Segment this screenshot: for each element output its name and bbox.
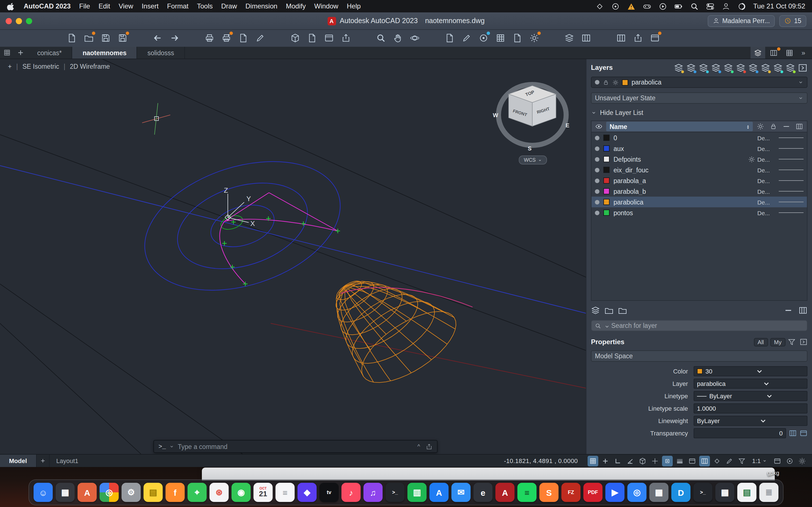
spotlight-icon[interactable]: [690, 2, 698, 10]
point-style-button[interactable]: [495, 33, 505, 43]
file-tabs-menu-button[interactable]: [0, 47, 13, 59]
property-field-linetype[interactable]: ByLayer: [694, 391, 808, 401]
isolate-objects-icon[interactable]: [784, 455, 795, 466]
dock-notes[interactable]: ▤: [144, 483, 163, 502]
dock-screen-share[interactable]: ▦: [649, 483, 668, 502]
property-field-linetype-scale[interactable]: 1.0000: [694, 403, 808, 413]
attach-image-button[interactable]: [324, 33, 334, 43]
layer-freeze-icon[interactable]: [711, 63, 721, 72]
dock-iterm[interactable]: >_: [693, 483, 712, 502]
menu-draw[interactable]: Draw: [221, 2, 237, 10]
dock-finder[interactable]: ☺: [34, 483, 53, 502]
layout1-tab[interactable]: Layout1: [50, 457, 85, 464]
menu-view[interactable]: View: [119, 2, 133, 10]
layer-thaw-icon[interactable]: [723, 63, 733, 72]
layer-on-icon[interactable]: [761, 63, 770, 72]
dock-acrobat[interactable]: A: [495, 483, 515, 502]
layer-merge-icon[interactable]: [773, 63, 783, 72]
model-tab[interactable]: Model: [0, 455, 37, 467]
hatch-button[interactable]: [564, 33, 574, 43]
options-button[interactable]: [529, 33, 539, 43]
plot-style-button[interactable]: [255, 33, 265, 43]
hardware-acceleration-icon[interactable]: [772, 455, 783, 466]
layers-palette-tab[interactable]: [751, 47, 765, 59]
layer-color-swatch[interactable]: [603, 210, 610, 216]
viewport-menu-button[interactable]: +: [8, 63, 11, 70]
collapse-panel-icon[interactable]: [784, 306, 793, 315]
shortcuts-icon[interactable]: [595, 2, 604, 10]
close-window-button[interactable]: [6, 18, 12, 24]
panel-dock-icon[interactable]: [800, 338, 808, 346]
pan-button[interactable]: [393, 33, 403, 43]
now-playing-icon[interactable]: [658, 2, 667, 10]
save-as-button[interactable]: [117, 33, 128, 43]
dock-filezilla[interactable]: FZ: [561, 483, 580, 502]
control-center-icon[interactable]: [706, 2, 714, 10]
layer-color-swatch[interactable]: [603, 188, 610, 194]
dock-maps[interactable]: ⌖: [188, 483, 207, 502]
properties-filter-my[interactable]: My: [770, 338, 785, 346]
annotation-scale-icon[interactable]: [736, 455, 747, 466]
properties-button[interactable]: [444, 33, 455, 43]
layer-row-Defpoints[interactable]: DefpointsDe...: [592, 154, 807, 165]
screen-mirroring-icon[interactable]: [611, 2, 619, 10]
layer-row-0[interactable]: 0De...: [592, 132, 807, 143]
polar-tracking-toggle[interactable]: [624, 455, 635, 466]
layer-row-aux[interactable]: auxDe...: [592, 143, 807, 154]
dock-sublime-text[interactable]: S: [539, 483, 559, 502]
save-button[interactable]: [100, 33, 110, 43]
command-history-caret[interactable]: [169, 444, 174, 449]
command-line-bar[interactable]: >_ Type a command ^: [153, 440, 438, 453]
blocks-palette-tab[interactable]: [782, 47, 797, 59]
doc-tab-naotemnomes[interactable]: naotemnomes: [72, 47, 137, 59]
dock-launchpad[interactable]: ▦: [56, 483, 75, 502]
dock-arc-browser[interactable]: A: [78, 483, 97, 502]
menu-help[interactable]: Help: [347, 2, 361, 10]
drawing-canvas[interactable]: Z Y X W S E TOP FRONT RIGHT: [0, 59, 586, 454]
object-snap-tracking-toggle[interactable]: [649, 455, 660, 466]
lineweight-column-icon[interactable]: [781, 123, 792, 130]
trial-timer-badge[interactable]: 15: [779, 15, 806, 27]
layer-on-dot[interactable]: [595, 210, 599, 215]
linetype-column-icon[interactable]: [794, 123, 805, 130]
dock-safari[interactable]: ◎: [627, 483, 647, 502]
dock-eclipse[interactable]: e: [473, 483, 493, 502]
game-controller-icon[interactable]: [643, 2, 651, 10]
dock-podcasts[interactable]: ♫: [363, 483, 383, 502]
dock-numbers[interactable]: ▥: [407, 483, 426, 502]
dock-chrome[interactable]: ◎: [100, 483, 119, 502]
menu-edit[interactable]: Edit: [98, 2, 110, 10]
cols-icon[interactable]: [789, 429, 797, 437]
menu-clock[interactable]: Tue 21 Oct 09:52: [753, 2, 805, 10]
dock-terminal[interactable]: >_: [386, 483, 405, 502]
warning-icon[interactable]: [627, 2, 635, 10]
share-drawing-button[interactable]: [633, 33, 643, 43]
wcs-dropdown[interactable]: WCS: [519, 156, 547, 165]
command-input[interactable]: Type a command: [177, 443, 227, 450]
new-group-filter-icon[interactable]: [605, 306, 613, 315]
property-field-lineweight[interactable]: ByLayer: [694, 416, 808, 426]
layer-state-dropdown[interactable]: Unsaved Layer State: [591, 93, 808, 104]
layer-isolate-icon[interactable]: [699, 63, 708, 72]
redo-button[interactable]: [169, 33, 179, 43]
insert-block-button[interactable]: [290, 33, 300, 43]
account-button[interactable]: Madalena Perr...: [708, 15, 775, 27]
add-plotter-button[interactable]: [221, 33, 231, 43]
transparency-toggle[interactable]: [687, 455, 697, 466]
layer-color-swatch[interactable]: [603, 135, 610, 141]
current-layer-dropdown[interactable]: parabolica: [591, 76, 808, 88]
gear-icon[interactable]: [755, 123, 766, 130]
table-button[interactable]: [581, 33, 591, 43]
dock-system-settings[interactable]: ⚙: [121, 483, 141, 502]
menu-modify[interactable]: Modify: [286, 2, 306, 10]
layer-off-icon[interactable]: [686, 63, 696, 72]
geographic-location-button[interactable]: [478, 33, 488, 43]
property-field-color[interactable]: 30: [694, 366, 808, 376]
layer-color-swatch[interactable]: [603, 156, 610, 162]
panel-dock-icon[interactable]: [798, 63, 808, 72]
layer-row-eix_dir_fouc[interactable]: eix_dir_foucDe...: [592, 165, 807, 175]
dock-mail[interactable]: ✉: [451, 483, 470, 502]
layer-on-dot[interactable]: [595, 135, 599, 140]
name-column-header[interactable]: Name ▲▼: [606, 122, 753, 131]
layer-on-dot[interactable]: [595, 200, 599, 204]
